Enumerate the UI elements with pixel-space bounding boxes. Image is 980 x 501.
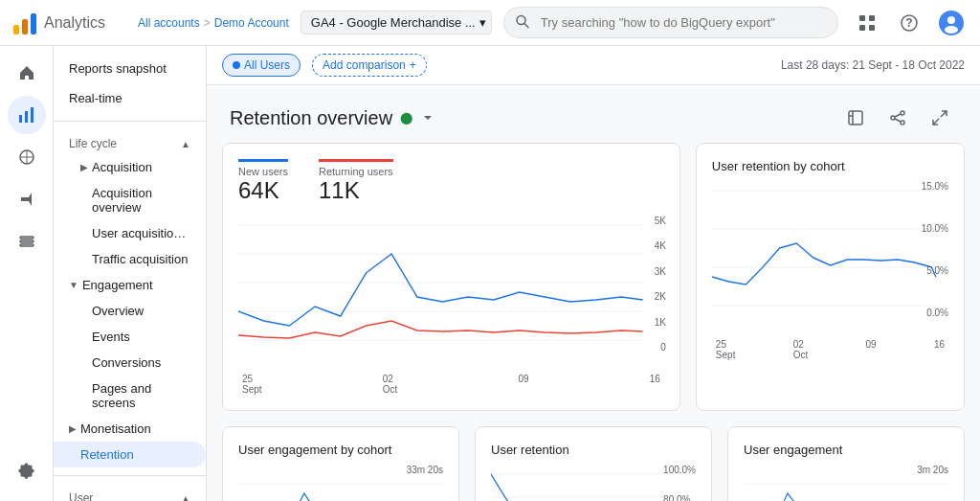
nav-divider-1	[54, 121, 206, 122]
nav-realtime[interactable]: Real-time	[54, 83, 206, 113]
analytics-logo-icon	[11, 10, 38, 36]
nav-sidebar: Reports snapshot Real-time Life cycle ▲ …	[54, 46, 207, 501]
nav-acquisition[interactable]: ▶ Acquisition	[54, 154, 206, 180]
new-users-value: 64K	[238, 177, 288, 204]
help-icon: ?	[900, 13, 919, 33]
svg-rect-20	[20, 244, 33, 246]
nav-reports-snapshot[interactable]: Reports snapshot	[54, 54, 206, 83]
x-axis-labels: 25Sept02Oct0916	[238, 374, 664, 395]
user-engagement-title: User engagement	[744, 443, 948, 457]
apps-icon	[858, 13, 877, 33]
nav-retention[interactable]: Retention	[54, 442, 206, 467]
page-title: Retention overview	[230, 107, 392, 129]
svg-rect-16	[31, 107, 33, 123]
help-icon-button[interactable]: ?	[892, 6, 926, 40]
nav-pages-screens[interactable]: Pages and screens	[54, 376, 206, 416]
monetisation-expand-icon: ▶	[69, 423, 77, 434]
engagement-cohort-y-labels: 33m 20s25m 0s16m 40s	[407, 465, 443, 501]
nav-overview[interactable]: Overview	[54, 298, 206, 324]
svg-point-12	[947, 16, 955, 24]
status-check-icon: ⬤	[400, 111, 412, 125]
svg-rect-14	[19, 115, 22, 123]
svg-rect-21	[849, 111, 862, 125]
page-header: Retention overview ⬤	[207, 85, 980, 143]
nav-lifecycle-section[interactable]: Life cycle ▲	[54, 129, 206, 154]
search-bar	[503, 7, 838, 38]
account-selector[interactable]: GA4 - Google Merchandise ... ▾	[301, 11, 492, 34]
svg-rect-5	[859, 15, 865, 21]
main-chart-area: 5K4K3K2K1K0	[238, 216, 664, 372]
share-button[interactable]	[880, 101, 915, 135]
user-retention-chart-area: 100.0%80.0%60.0%40.0%	[491, 465, 696, 501]
app-title: Analytics	[44, 14, 105, 32]
reports-icon-button[interactable]	[8, 96, 46, 134]
retention-line-chart	[712, 181, 948, 334]
nav-monetisation[interactable]: ▶ Monetisation	[54, 416, 206, 442]
nav-conversions[interactable]: Conversions	[54, 350, 206, 376]
icon-sidebar-bottom	[8, 451, 46, 501]
retention-y-labels: 15.0%10.0%5.0%0.0%	[922, 181, 948, 318]
date-range: Last 28 days: 21 Sept - 18 Oct 2022	[781, 58, 965, 72]
svg-rect-0	[13, 25, 19, 34]
engagement-cohort-card: User engagement by cohort 33m 20s25m 0s1…	[222, 426, 459, 501]
chevron-down-icon: ▾	[479, 15, 486, 30]
acquisition-expand-icon: ▶	[80, 162, 88, 172]
svg-rect-18	[20, 237, 33, 239]
customize-report-button[interactable]	[838, 101, 873, 135]
nav-events[interactable]: Events	[54, 324, 206, 350]
new-users-metric: New users 64K	[238, 159, 288, 204]
user-engagement-y-labels: 3m 20s2m 30s1m 40s	[917, 465, 948, 501]
new-users-label: New users	[238, 166, 288, 177]
svg-text:?: ?	[905, 16, 912, 30]
chevron-down-page-icon[interactable]	[420, 110, 435, 125]
customize-icon	[847, 109, 864, 126]
configure-icon-button[interactable]	[8, 222, 46, 261]
returning-users-label: Returning users	[319, 166, 393, 177]
nav-divider-2	[54, 475, 206, 476]
share-icon	[889, 109, 906, 126]
nav-user-section[interactable]: User ▲	[54, 484, 206, 501]
search-input[interactable]	[503, 7, 838, 38]
charts-row: New users 64K Returning users 11K	[207, 143, 980, 426]
svg-rect-2	[31, 13, 36, 34]
user-engagement-card: User engagement 3m 20s2m 30s1m 40s	[727, 426, 965, 501]
returning-users-value: 11K	[319, 177, 393, 204]
retention-x-labels: 25Sept02Oct0916	[712, 339, 948, 360]
user-retention-card: User retention 100.0%80.0%60.0%40.0%	[475, 426, 712, 501]
add-comparison-button[interactable]: Add comparison +	[312, 54, 427, 77]
apps-icon-button[interactable]	[850, 6, 884, 40]
account-icon	[938, 10, 965, 36]
top-bar: Analytics All accounts > Demo Account GA…	[0, 0, 980, 46]
account-icon-button[interactable]	[934, 6, 969, 40]
svg-rect-1	[22, 19, 28, 34]
explore-icon-button[interactable]	[8, 138, 46, 176]
settings-icon-button[interactable]	[8, 451, 46, 490]
main-line-chart	[238, 216, 664, 369]
configure-icon	[17, 232, 36, 251]
all-users-chip[interactable]: All Users	[222, 54, 301, 77]
segment-dot	[233, 61, 240, 69]
svg-rect-6	[869, 15, 875, 21]
main-content: All Users Add comparison + Last 28 days:…	[207, 46, 980, 501]
svg-line-27	[895, 114, 901, 117]
home-icon-button[interactable]	[8, 54, 46, 92]
breadcrumb-all-accounts[interactable]: All accounts	[138, 16, 200, 30]
user-retention-y-labels: 100.0%80.0%60.0%40.0%	[663, 465, 696, 501]
breadcrumb-account[interactable]: Demo Account	[214, 16, 289, 30]
svg-rect-15	[25, 111, 28, 123]
nav-traffic-acquisition[interactable]: Traffic acquisition	[54, 246, 206, 272]
expand-icon	[931, 109, 948, 126]
svg-rect-19	[20, 240, 33, 242]
engagement-cohort-chart-area: 33m 20s25m 0s16m 40s	[238, 465, 443, 501]
nav-acquisition-overview[interactable]: Acquisition overview	[54, 180, 206, 220]
nav-engagement[interactable]: ▼ Engagement	[54, 272, 206, 298]
chart-metrics: New users 64K Returning users 11K	[238, 159, 664, 204]
expand-button[interactable]	[923, 101, 957, 135]
svg-point-24	[901, 111, 904, 115]
nav-user-acquisition[interactable]: User acquisition: First user ...	[54, 220, 206, 246]
breadcrumb-separator: >	[204, 16, 211, 30]
engagement-expand-icon: ▼	[69, 280, 78, 290]
svg-point-13	[945, 26, 958, 34]
svg-rect-7	[859, 25, 865, 31]
advertising-icon-button[interactable]	[8, 180, 46, 218]
